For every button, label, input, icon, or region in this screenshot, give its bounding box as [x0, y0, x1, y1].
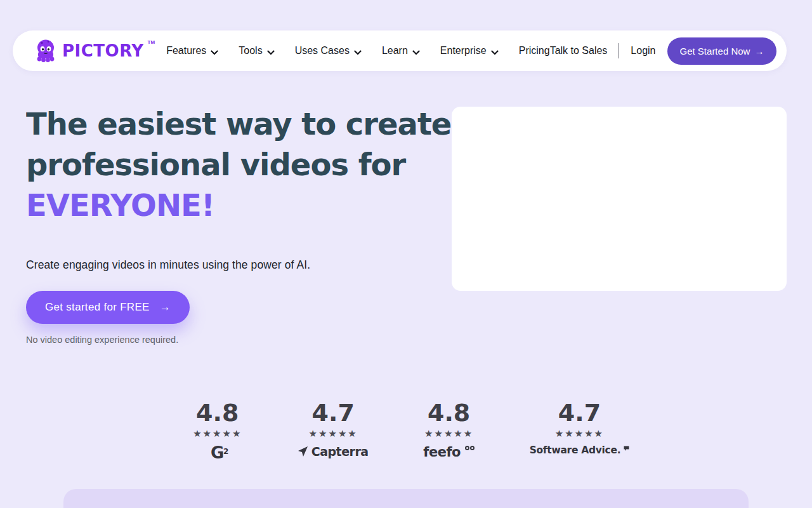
arrow-right-icon: → [754, 46, 764, 57]
feefo-logo-icon: feefo [423, 444, 475, 460]
header-actions: Talk to Sales Login Get Started Now → [550, 37, 777, 65]
nav-item-pricing[interactable]: Pricing [519, 45, 550, 57]
get-started-now-button[interactable]: Get Started Now → [667, 37, 777, 65]
rating-badge-software-advice: 4.7 ★★★★★ Software Advice. [530, 399, 630, 456]
top-navbar: PICTORY TM Features Tools Uses Cases Lea… [13, 30, 787, 71]
pictory-logo[interactable]: PICTORY TM [33, 38, 155, 64]
rating-badge-feefo: 4.8 ★★★★★ feefo [414, 399, 484, 460]
chevron-down-icon [354, 46, 362, 58]
get-started-for-free-button[interactable]: Get started for FREE → [26, 291, 190, 324]
hero-heading: The easiest way to create professional v… [26, 104, 451, 225]
rating-score: 4.8 [428, 399, 470, 427]
login-link[interactable]: Login [631, 45, 655, 57]
hero-heading-line1: The easiest way to create [26, 104, 451, 144]
nav-item-learn[interactable]: Learn [382, 44, 420, 58]
chevron-down-icon [211, 46, 218, 58]
hero-note: No video editing experience required. [26, 335, 178, 345]
arrow-right-icon: → [160, 301, 171, 314]
capterra-logo-icon: Capterra [298, 444, 369, 458]
five-stars-icon: ★★★★★ [193, 428, 242, 439]
header-divider [619, 43, 619, 58]
next-section-card [63, 489, 749, 508]
chevron-down-icon [412, 46, 420, 58]
software-advice-logo-icon: Software Advice. [530, 444, 630, 456]
octopus-logo-icon [33, 38, 58, 64]
ratings-row: 4.8 ★★★★★ G2 4.7 ★★★★★ Capterra 4.8 ★★★★… [0, 399, 812, 461]
hero-heading-highlight: EVERYONE! [26, 185, 451, 225]
g2-logo-icon: G2 [211, 444, 224, 461]
chevron-down-icon [267, 46, 275, 58]
nav-item-features[interactable]: Features [166, 44, 218, 58]
rating-score: 4.8 [196, 399, 239, 427]
rating-badge-g2: 4.8 ★★★★★ G2 [183, 399, 252, 461]
nav-item-uses-cases[interactable]: Uses Cases [295, 44, 362, 58]
nav-item-enterprise[interactable]: Enterprise [440, 44, 499, 58]
rating-score: 4.7 [558, 399, 601, 427]
nav-item-tools[interactable]: Tools [239, 44, 274, 58]
talk-to-sales-link[interactable]: Talk to Sales [550, 45, 608, 57]
five-stars-icon: ★★★★★ [555, 428, 604, 439]
five-stars-icon: ★★★★★ [424, 428, 473, 439]
hero-video-placeholder[interactable] [452, 107, 787, 291]
chevron-down-icon [491, 46, 499, 58]
hero-subtext: Create engaging videos in minutes using … [26, 258, 310, 272]
logo-tm: TM [148, 38, 155, 47]
logo-wordmark: PICTORY [62, 38, 144, 64]
rating-badge-capterra: 4.7 ★★★★★ Capterra [298, 399, 369, 458]
main-nav: Features Tools Uses Cases Learn Enterpri… [166, 44, 550, 58]
rating-score: 4.7 [312, 399, 355, 427]
hero-heading-line2: professional videos for [26, 144, 451, 185]
five-stars-icon: ★★★★★ [309, 428, 358, 439]
